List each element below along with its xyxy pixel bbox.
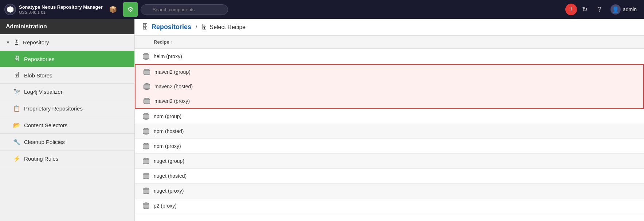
- table-wrapper: Recipe ↑ helm (proxy): [135, 36, 644, 221]
- topbar: Sonatype Nexus Repository Manager OSS 3.…: [0, 0, 644, 19]
- topbar-right: ! ↻ ? 👤 admin: [565, 3, 640, 16]
- browse-button[interactable]: 📦: [106, 2, 120, 17]
- breadcrumb-current: 🗄 Select Recipe: [201, 24, 246, 31]
- sidebar-item-content-selectors[interactable]: 📂 Content Selectors: [0, 117, 134, 134]
- search-input[interactable]: [141, 4, 228, 15]
- table-row[interactable]: npm (proxy): [135, 139, 644, 154]
- routing-icon: ⚡: [13, 155, 20, 162]
- table-row[interactable]: helm (proxy): [135, 49, 644, 64]
- user-avatar: 👤: [610, 4, 621, 15]
- user-avatar-icon: 👤: [612, 6, 619, 13]
- content-header: 🗄 Repositories / 🗄 Select Recipe: [135, 19, 644, 36]
- table-row[interactable]: nuget (group): [135, 154, 644, 169]
- table-row[interactable]: npm (group): [135, 109, 644, 124]
- table-row[interactable]: maven2 (proxy): [135, 94, 644, 109]
- breadcrumb-current-text: Select Recipe: [209, 24, 246, 31]
- repositories-icon: 🗄: [13, 56, 20, 62]
- sidebar-section-label-repository: 🗄: [14, 39, 19, 45]
- db-icon: [143, 97, 151, 105]
- table-row[interactable]: npm (hosted): [135, 124, 644, 139]
- db-icon: [142, 172, 150, 180]
- chevron-down-icon: ▼: [6, 40, 10, 45]
- table-row[interactable]: p2 (proxy): [135, 198, 644, 213]
- db-icon: [142, 127, 150, 135]
- user-label: admin: [623, 7, 637, 12]
- sidebar-section-repository[interactable]: ▼ 🗄 Repository: [0, 34, 134, 51]
- cleanup-icon: 🔧: [13, 138, 20, 145]
- search-wrapper: 🔍: [141, 4, 228, 15]
- db-icon: [142, 187, 150, 195]
- sidebar-item-label-proprietary: Proprietary Repositories: [24, 105, 83, 112]
- content-area: 🗄 Repositories / 🗄 Select Recipe Recipe …: [135, 19, 644, 221]
- recipe-label: maven2 (hosted): [154, 84, 193, 89]
- app-title-block: Sonatype Nexus Repository Manager OSS 3.…: [19, 4, 103, 15]
- refresh-button[interactable]: ↻: [578, 3, 592, 16]
- table-header: Recipe ↑: [135, 36, 644, 49]
- recipe-label: maven2 (proxy): [154, 98, 190, 104]
- recipe-label: npm (proxy): [154, 143, 181, 149]
- table-row[interactable]: maven2 (hosted): [135, 79, 644, 94]
- column-label-recipe: Recipe: [154, 39, 169, 45]
- settings-icon: ⚙: [127, 5, 133, 13]
- sidebar-item-routing-rules[interactable]: ⚡ Routing Rules: [0, 150, 134, 167]
- db-icon: [143, 68, 151, 76]
- sidebar-item-label-routing: Routing Rules: [24, 156, 58, 162]
- notification-icon: !: [570, 6, 572, 13]
- db-icon: [142, 52, 150, 60]
- db-icon: [142, 112, 150, 120]
- sidebar-item-repositories[interactable]: 🗄 Repositories: [0, 51, 134, 67]
- refresh-icon: ↻: [582, 5, 588, 13]
- sidebar-item-label-repositories: Repositories: [24, 56, 54, 62]
- breadcrumb-separator: /: [196, 24, 197, 31]
- table-row[interactable]: maven2 (group): [135, 64, 644, 79]
- db-icon: [143, 83, 151, 91]
- db-icon: [142, 142, 150, 150]
- sidebar-item-blob-stores[interactable]: 🗄 Blob Stores: [0, 67, 134, 84]
- repository-icon: 🗄: [14, 39, 19, 45]
- recipe-label: nuget (hosted): [154, 173, 186, 179]
- sidebar-item-label-content-selectors: Content Selectors: [24, 122, 67, 128]
- app-title: Sonatype Nexus Repository Manager: [19, 4, 103, 10]
- recipe-label: npm (group): [154, 113, 181, 119]
- sidebar-item-log4j[interactable]: 🔭 Log4j Visualizer: [0, 84, 134, 100]
- sidebar-item-label-cleanup: Cleanup Policies: [24, 139, 65, 145]
- content-selectors-icon: 📂: [13, 122, 20, 129]
- table-column-recipe[interactable]: Recipe ↑: [154, 39, 173, 45]
- recipe-label: helm (proxy): [154, 53, 182, 59]
- app-subtitle: OSS 3.40.1-01: [19, 10, 103, 15]
- sidebar-item-label-log4j: Log4j Visualizer: [24, 89, 63, 95]
- user-menu-button[interactable]: 👤 admin: [608, 3, 640, 16]
- table-row[interactable]: nuget (proxy): [135, 184, 644, 198]
- db-icon: [142, 202, 150, 210]
- log4j-icon: 🔭: [13, 88, 20, 95]
- browse-icon: 📦: [109, 5, 117, 13]
- sidebar-item-proprietary[interactable]: 📋 Proprietary Repositories: [0, 100, 134, 117]
- breadcrumb-parent-link[interactable]: Repositories: [152, 23, 191, 31]
- sort-arrow-icon: ↑: [171, 40, 173, 44]
- sidebar-section-text: Repository: [23, 39, 49, 45]
- help-icon: ?: [598, 6, 601, 13]
- sidebar-header: Administration: [0, 19, 134, 34]
- main-layout: Administration ▼ 🗄 Repository 🗄 Reposito…: [0, 19, 644, 221]
- recipe-label: nuget (proxy): [154, 188, 184, 194]
- proprietary-icon: 📋: [13, 105, 20, 112]
- recipe-label: maven2 (group): [154, 69, 191, 75]
- breadcrumb-current-icon: 🗄: [201, 24, 207, 31]
- settings-button[interactable]: ⚙: [123, 2, 138, 17]
- recipe-label: npm (hosted): [154, 128, 184, 134]
- sidebar-item-label-blob-stores: Blob Stores: [24, 72, 52, 79]
- sidebar-item-cleanup-policies[interactable]: 🔧 Cleanup Policies: [0, 134, 134, 150]
- recipe-label: nuget (group): [154, 158, 184, 164]
- app-logo: [4, 4, 16, 15]
- notification-button[interactable]: !: [565, 4, 577, 15]
- sidebar: Administration ▼ 🗄 Repository 🗄 Reposito…: [0, 19, 135, 221]
- breadcrumb-db-icon: 🗄: [142, 23, 149, 31]
- table-row[interactable]: nuget (hosted): [135, 169, 644, 184]
- recipe-label: p2 (proxy): [154, 203, 177, 209]
- db-icon: [142, 157, 150, 165]
- help-button[interactable]: ?: [593, 3, 606, 16]
- blob-stores-icon: 🗄: [13, 72, 20, 79]
